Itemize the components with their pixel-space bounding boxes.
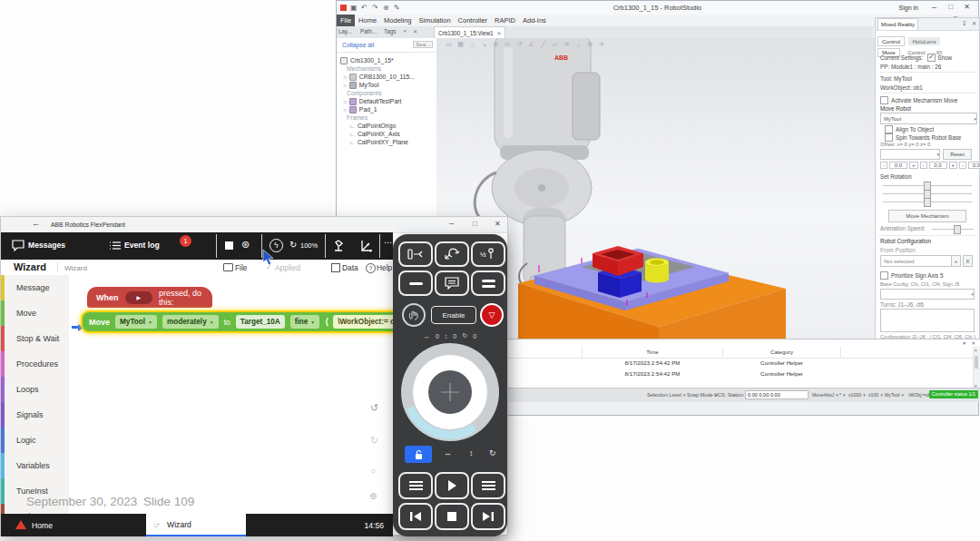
rotate-view-icon[interactable]: ↺ [514, 41, 524, 48]
tool-dropdown-chip[interactable]: MyTool▼ [115, 315, 157, 329]
column-header-category[interactable]: Category [723, 349, 840, 355]
category-message[interactable]: Message [16, 283, 50, 292]
tree-item-pad1[interactable]: ▷ Pad_1 [337, 105, 442, 113]
tab-simulation[interactable]: Simulation [416, 16, 455, 25]
view-tab-close-icon[interactable]: ✕ [496, 30, 501, 36]
tab-file[interactable]: File [337, 15, 355, 26]
event-log-icon[interactable] [110, 241, 121, 251]
panel-menu-icon[interactable]: ▾ [963, 340, 965, 346]
zoom-in-icon[interactable]: ⊕ [369, 491, 377, 501]
rotation-slider-x[interactable] [883, 185, 972, 186]
y-spinner-value[interactable]: 0.0 [929, 162, 947, 169]
category-logic[interactable]: Logic [16, 436, 36, 445]
workobject-chip[interactable]: \WorkObject:= ob [333, 315, 393, 329]
category-move[interactable]: Move [16, 309, 36, 318]
hold-to-run-button[interactable] [402, 303, 426, 327]
table-row[interactable]: 8/17/2023 2:54:42 PM Controller Helper [505, 359, 973, 370]
tab-addins[interactable]: Add-Ins [519, 16, 550, 25]
more-icon[interactable]: ⋯ [384, 238, 392, 247]
stop-icon[interactable] [225, 241, 233, 250]
step-back-button[interactable] [398, 503, 433, 530]
close-icon[interactable]: ✕ [964, 3, 970, 11]
select-icon[interactable]: ▭ [444, 41, 454, 48]
tree-item-calpointorigo[interactable]: ∟ CalPointOrigo [337, 122, 447, 130]
robot-icon[interactable] [333, 239, 347, 252]
box-select-icon[interactable]: ▦ [456, 41, 466, 48]
settings-icon[interactable]: ⚙ [585, 41, 595, 48]
scrollbar-thumb[interactable] [975, 356, 978, 369]
decrement-button[interactable]: - [959, 162, 966, 169]
tab-paths[interactable]: Path... [360, 28, 377, 34]
pin-icon[interactable]: ↧ [962, 20, 966, 26]
zone-dropdown-chip[interactable]: fine▼ [290, 315, 320, 329]
expander-icon[interactable]: ▷ [344, 99, 348, 104]
z-spinner-value[interactable]: 0.0 [968, 162, 980, 169]
routine-list-button[interactable] [471, 472, 505, 499]
animation-speed-slider[interactable] [932, 229, 974, 230]
clear-position-button[interactable]: X [963, 255, 973, 267]
tree-item-mytool[interactable]: ▷ MyTool [337, 81, 442, 89]
virtual-joystick[interactable] [400, 341, 500, 443]
tab-modeling[interactable]: Modeling [380, 16, 415, 25]
panel-tab-mixed-reality[interactable]: Mixed Reality [877, 18, 918, 30]
tree-item-calpointxaxis[interactable]: ∟ CalPointX_Axis [337, 130, 447, 138]
browser-search-button[interactable]: Sea... [413, 41, 433, 48]
category-variables[interactable]: Variables [16, 461, 50, 470]
slider-thumb[interactable] [954, 225, 961, 234]
file-menu[interactable]: File [235, 263, 248, 272]
recenter-icon[interactable]: ○ [370, 466, 376, 476]
category-stop-wait[interactable]: Stop & Wait [16, 334, 59, 343]
home-view-icon[interactable]: ⌂ [573, 42, 583, 48]
tool-dropdown[interactable]: MyTool [880, 113, 977, 124]
base-config-dropdown[interactable] [880, 289, 975, 300]
jog-axes-icon[interactable] [360, 239, 374, 252]
emergency-stop-button[interactable]: ▽ [480, 303, 504, 327]
measure-icon[interactable]: ╱ [538, 41, 548, 48]
lock-y-icon[interactable]: ↕ [469, 448, 474, 457]
speed-gauge-icon[interactable]: ↻ [289, 240, 297, 250]
orbit-icon[interactable]: ○ [467, 42, 477, 48]
add-position-button[interactable]: + [951, 255, 961, 267]
messages-icon[interactable] [12, 240, 24, 251]
table-row[interactable]: 8/17/2023 2:54:42 PM Controller Helper [505, 370, 973, 381]
measure-angle-icon[interactable]: ∠ [526, 41, 536, 48]
move-block[interactable]: Move MyTool▼ moderately▼ to Target_10A f… [81, 310, 393, 333]
category-loops[interactable]: Loops [16, 385, 39, 394]
tab-home[interactable]: Home [355, 16, 380, 25]
half-speed-button[interactable]: ½ [471, 241, 505, 267]
category-signals[interactable]: Signals [16, 410, 44, 419]
decrement-button[interactable]: - [920, 162, 927, 169]
help-menu[interactable]: Help [377, 263, 392, 272]
jog-linear-button[interactable] [398, 241, 433, 267]
tab-controller[interactable]: Controller [455, 16, 492, 25]
rotation-slider-y[interactable] [883, 193, 972, 194]
snap-mode-dropdown[interactable]: Snap Mode [687, 392, 717, 398]
snap-grid-icon[interactable]: ≋ [562, 41, 572, 48]
tree-item-station[interactable]: Crb1300_1_15* [337, 56, 438, 64]
category-procedures[interactable]: Procedures [16, 359, 58, 369]
message-log-button[interactable] [435, 270, 469, 296]
plane-icon[interactable]: ▱ [550, 41, 560, 48]
increment-button[interactable]: + [909, 162, 918, 169]
scroll-up-icon[interactable]: ▴ [975, 347, 977, 352]
show-checkbox[interactable] [927, 54, 936, 62]
expander-icon[interactable]: ▷ [344, 74, 348, 80]
vertical-scrollbar[interactable]: ▴ ▾ [973, 347, 980, 389]
increment-button[interactable]: + [949, 162, 958, 169]
close-icon[interactable]: ✕ [971, 340, 975, 346]
lock-rotate-icon[interactable]: ↻ [489, 448, 496, 457]
activate-mechanism-checkbox[interactable] [880, 96, 888, 104]
messages-button[interactable]: Messages [28, 241, 65, 250]
slider-thumb[interactable] [924, 198, 931, 207]
close-panel-icon[interactable]: ✕ [413, 28, 417, 34]
focus-icon[interactable]: ⊙ [503, 41, 513, 48]
expander-icon[interactable]: ▷ [344, 107, 348, 113]
tab-layout[interactable]: Lay... [338, 28, 352, 34]
minimize-icon[interactable]: – [449, 219, 454, 228]
undo-icon[interactable]: ↺ [370, 402, 378, 414]
sign-in-link[interactable]: Sign in [899, 5, 918, 11]
single-line-button[interactable] [398, 270, 433, 296]
fp-blockly-canvas[interactable]: When ▶ pressed, do this: Move MyTool▼ mo… [69, 275, 393, 514]
tree-item-robot[interactable]: ▷ CRB1300_10_115... [337, 73, 442, 81]
data-menu[interactable]: Data [342, 263, 358, 272]
